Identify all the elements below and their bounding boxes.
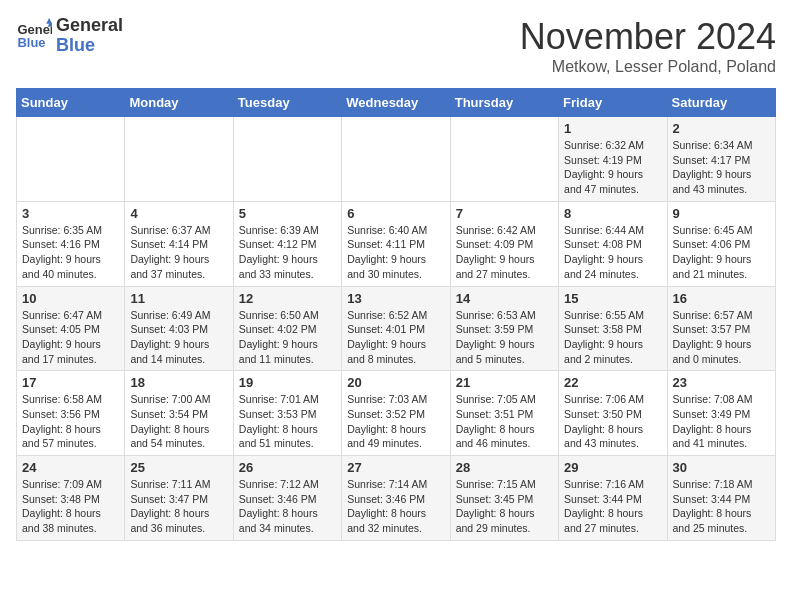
day-info: Sunrise: 6:55 AM Sunset: 3:58 PM Dayligh… (564, 308, 661, 367)
day-info: Sunrise: 7:12 AM Sunset: 3:46 PM Dayligh… (239, 477, 336, 536)
calendar-week-1: 1Sunrise: 6:32 AM Sunset: 4:19 PM Daylig… (17, 117, 776, 202)
calendar-cell: 1Sunrise: 6:32 AM Sunset: 4:19 PM Daylig… (559, 117, 667, 202)
logo-line2: Blue (56, 36, 123, 56)
calendar-cell: 10Sunrise: 6:47 AM Sunset: 4:05 PM Dayli… (17, 286, 125, 371)
calendar-cell (450, 117, 558, 202)
logo: General Blue General Blue (16, 16, 123, 56)
day-number: 23 (673, 375, 770, 390)
header-thursday: Thursday (450, 89, 558, 117)
calendar-cell: 19Sunrise: 7:01 AM Sunset: 3:53 PM Dayli… (233, 371, 341, 456)
day-number: 5 (239, 206, 336, 221)
calendar-cell: 18Sunrise: 7:00 AM Sunset: 3:54 PM Dayli… (125, 371, 233, 456)
day-info: Sunrise: 7:14 AM Sunset: 3:46 PM Dayligh… (347, 477, 444, 536)
day-info: Sunrise: 6:44 AM Sunset: 4:08 PM Dayligh… (564, 223, 661, 282)
day-number: 29 (564, 460, 661, 475)
svg-text:Blue: Blue (17, 35, 45, 50)
day-number: 26 (239, 460, 336, 475)
calendar-cell: 9Sunrise: 6:45 AM Sunset: 4:06 PM Daylig… (667, 201, 775, 286)
day-number: 12 (239, 291, 336, 306)
calendar-cell: 23Sunrise: 7:08 AM Sunset: 3:49 PM Dayli… (667, 371, 775, 456)
logo-text: General Blue (56, 16, 123, 56)
calendar-cell: 22Sunrise: 7:06 AM Sunset: 3:50 PM Dayli… (559, 371, 667, 456)
calendar-cell: 24Sunrise: 7:09 AM Sunset: 3:48 PM Dayli… (17, 456, 125, 541)
day-number: 19 (239, 375, 336, 390)
day-number: 22 (564, 375, 661, 390)
day-number: 30 (673, 460, 770, 475)
calendar-cell: 30Sunrise: 7:18 AM Sunset: 3:44 PM Dayli… (667, 456, 775, 541)
day-info: Sunrise: 6:34 AM Sunset: 4:17 PM Dayligh… (673, 138, 770, 197)
header-saturday: Saturday (667, 89, 775, 117)
day-info: Sunrise: 7:18 AM Sunset: 3:44 PM Dayligh… (673, 477, 770, 536)
header-friday: Friday (559, 89, 667, 117)
day-number: 17 (22, 375, 119, 390)
calendar-cell: 2Sunrise: 6:34 AM Sunset: 4:17 PM Daylig… (667, 117, 775, 202)
day-number: 4 (130, 206, 227, 221)
calendar-cell: 5Sunrise: 6:39 AM Sunset: 4:12 PM Daylig… (233, 201, 341, 286)
day-info: Sunrise: 6:52 AM Sunset: 4:01 PM Dayligh… (347, 308, 444, 367)
day-info: Sunrise: 6:58 AM Sunset: 3:56 PM Dayligh… (22, 392, 119, 451)
day-info: Sunrise: 6:50 AM Sunset: 4:02 PM Dayligh… (239, 308, 336, 367)
calendar-table: SundayMondayTuesdayWednesdayThursdayFrid… (16, 88, 776, 541)
calendar-cell: 17Sunrise: 6:58 AM Sunset: 3:56 PM Dayli… (17, 371, 125, 456)
day-info: Sunrise: 7:05 AM Sunset: 3:51 PM Dayligh… (456, 392, 553, 451)
title-area: November 2024 Metkow, Lesser Poland, Pol… (520, 16, 776, 76)
calendar-cell: 12Sunrise: 6:50 AM Sunset: 4:02 PM Dayli… (233, 286, 341, 371)
day-number: 13 (347, 291, 444, 306)
day-info: Sunrise: 7:15 AM Sunset: 3:45 PM Dayligh… (456, 477, 553, 536)
calendar-week-3: 10Sunrise: 6:47 AM Sunset: 4:05 PM Dayli… (17, 286, 776, 371)
header-sunday: Sunday (17, 89, 125, 117)
day-info: Sunrise: 6:37 AM Sunset: 4:14 PM Dayligh… (130, 223, 227, 282)
calendar-cell: 11Sunrise: 6:49 AM Sunset: 4:03 PM Dayli… (125, 286, 233, 371)
calendar-cell: 4Sunrise: 6:37 AM Sunset: 4:14 PM Daylig… (125, 201, 233, 286)
day-number: 27 (347, 460, 444, 475)
day-number: 7 (456, 206, 553, 221)
calendar-cell: 6Sunrise: 6:40 AM Sunset: 4:11 PM Daylig… (342, 201, 450, 286)
day-info: Sunrise: 6:32 AM Sunset: 4:19 PM Dayligh… (564, 138, 661, 197)
calendar-week-5: 24Sunrise: 7:09 AM Sunset: 3:48 PM Dayli… (17, 456, 776, 541)
day-info: Sunrise: 6:45 AM Sunset: 4:06 PM Dayligh… (673, 223, 770, 282)
day-number: 21 (456, 375, 553, 390)
calendar-cell: 29Sunrise: 7:16 AM Sunset: 3:44 PM Dayli… (559, 456, 667, 541)
day-info: Sunrise: 7:09 AM Sunset: 3:48 PM Dayligh… (22, 477, 119, 536)
day-number: 8 (564, 206, 661, 221)
day-number: 9 (673, 206, 770, 221)
day-info: Sunrise: 6:42 AM Sunset: 4:09 PM Dayligh… (456, 223, 553, 282)
day-number: 15 (564, 291, 661, 306)
day-number: 24 (22, 460, 119, 475)
day-info: Sunrise: 6:47 AM Sunset: 4:05 PM Dayligh… (22, 308, 119, 367)
calendar-cell: 15Sunrise: 6:55 AM Sunset: 3:58 PM Dayli… (559, 286, 667, 371)
calendar-cell (342, 117, 450, 202)
day-info: Sunrise: 6:40 AM Sunset: 4:11 PM Dayligh… (347, 223, 444, 282)
day-info: Sunrise: 7:11 AM Sunset: 3:47 PM Dayligh… (130, 477, 227, 536)
day-number: 14 (456, 291, 553, 306)
day-number: 28 (456, 460, 553, 475)
calendar-cell: 20Sunrise: 7:03 AM Sunset: 3:52 PM Dayli… (342, 371, 450, 456)
location-title: Metkow, Lesser Poland, Poland (520, 58, 776, 76)
calendar-cell: 26Sunrise: 7:12 AM Sunset: 3:46 PM Dayli… (233, 456, 341, 541)
calendar-cell (233, 117, 341, 202)
header-wednesday: Wednesday (342, 89, 450, 117)
day-info: Sunrise: 7:01 AM Sunset: 3:53 PM Dayligh… (239, 392, 336, 451)
calendar-cell: 7Sunrise: 6:42 AM Sunset: 4:09 PM Daylig… (450, 201, 558, 286)
calendar-cell: 16Sunrise: 6:57 AM Sunset: 3:57 PM Dayli… (667, 286, 775, 371)
day-info: Sunrise: 7:03 AM Sunset: 3:52 PM Dayligh… (347, 392, 444, 451)
calendar-cell: 25Sunrise: 7:11 AM Sunset: 3:47 PM Dayli… (125, 456, 233, 541)
day-number: 1 (564, 121, 661, 136)
day-number: 16 (673, 291, 770, 306)
calendar-cell (125, 117, 233, 202)
calendar-header-row: SundayMondayTuesdayWednesdayThursdayFrid… (17, 89, 776, 117)
day-info: Sunrise: 6:39 AM Sunset: 4:12 PM Dayligh… (239, 223, 336, 282)
day-number: 18 (130, 375, 227, 390)
day-info: Sunrise: 7:16 AM Sunset: 3:44 PM Dayligh… (564, 477, 661, 536)
logo-line1: General (56, 16, 123, 36)
month-title: November 2024 (520, 16, 776, 58)
day-number: 20 (347, 375, 444, 390)
calendar-week-2: 3Sunrise: 6:35 AM Sunset: 4:16 PM Daylig… (17, 201, 776, 286)
day-info: Sunrise: 6:57 AM Sunset: 3:57 PM Dayligh… (673, 308, 770, 367)
calendar-cell (17, 117, 125, 202)
calendar-cell: 3Sunrise: 6:35 AM Sunset: 4:16 PM Daylig… (17, 201, 125, 286)
calendar-cell: 27Sunrise: 7:14 AM Sunset: 3:46 PM Dayli… (342, 456, 450, 541)
page-header: General Blue General Blue November 2024 … (16, 16, 776, 76)
day-info: Sunrise: 6:35 AM Sunset: 4:16 PM Dayligh… (22, 223, 119, 282)
day-info: Sunrise: 6:53 AM Sunset: 3:59 PM Dayligh… (456, 308, 553, 367)
